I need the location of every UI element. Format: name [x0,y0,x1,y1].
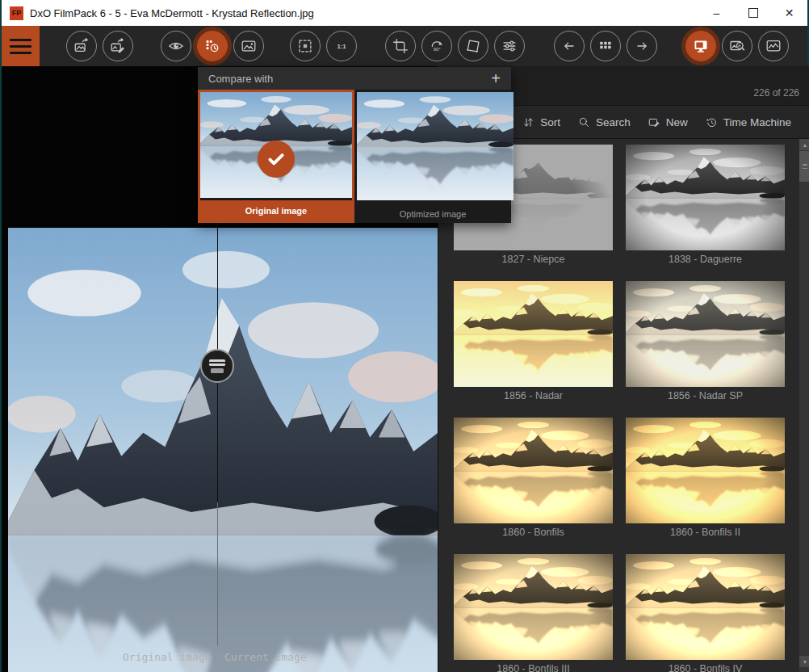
compare-with-panel: Compare with + Original image [198,67,511,223]
export-image-button[interactable] [66,31,97,61]
scrollbar-up-icon[interactable]: ▲ [799,139,809,150]
rotate-90-button[interactable]: 90° [421,31,452,61]
hamburger-menu-button[interactable] [2,26,40,66]
original-image-label: Original image [123,651,212,663]
search-button[interactable]: Search [577,116,631,129]
preset-thumbnail [454,281,613,387]
preset-daguerre[interactable]: 1838 - Daguerre [626,145,785,267]
presets-scrollbar[interactable]: ▲ ▼ [799,139,809,672]
current-image-label: Current image [224,651,307,663]
slider-handle-icon [209,359,225,366]
toolbar-group-g6 [685,31,789,61]
selected-check-icon [258,141,295,178]
preset-label: 1856 - Nadar [454,390,613,403]
preset-nadar[interactable]: 1856 - Nadar [454,281,613,403]
one-to-one-icon: 1:1 [333,37,350,55]
time-machine-icon [705,116,719,129]
monitor-button[interactable] [685,31,716,61]
preset-label: 1860 - Bonfils IV [626,663,785,672]
preset-nadar-sp[interactable]: 1856 - Nadar SP [626,281,785,403]
svg-text:1:1: 1:1 [337,43,346,50]
arrow-right-icon [633,37,651,55]
main-photo: © EVA MCDERMOTT [8,228,444,672]
crop-icon [392,37,409,55]
preset-thumbnail [626,418,785,523]
adjustments-icon [501,37,518,55]
loupe-button[interactable] [722,31,752,61]
selection-button[interactable] [290,31,321,61]
action-label: New [666,116,688,128]
sort-icon [522,116,535,129]
compare-option-original-image[interactable]: Original image [198,90,354,223]
action-label: Sort [540,116,560,128]
preset-bonfils4[interactable]: 1860 - Bonfils IV [626,554,785,672]
preset-label: 1860 - Bonfils [454,527,613,540]
window-title: DxO FilmPack 6 - 5 - Eva McDermott - Kry… [30,7,314,19]
display-image-icon [240,37,258,55]
minimize-button[interactable]: – [698,0,735,26]
monitor-icon [692,37,710,55]
perspective-icon [464,37,482,55]
crop-button[interactable] [385,31,416,61]
preset-label: 1860 - Bonfils II [626,527,785,540]
toolbar-group-g1 [66,31,133,61]
grid-view-button[interactable] [590,31,621,61]
new-button[interactable]: New [648,116,688,129]
toolbar-group-g3: 1:1 [290,31,357,61]
preset-label: 1856 - Nadar SP [626,390,785,403]
preset-thumbnail [626,281,785,387]
scrollbar-thumb[interactable] [799,151,809,182]
close-button[interactable]: ✕ [771,0,807,26]
loupe-icon [728,37,746,55]
toolbar-group-g2 [161,31,264,61]
svg-text:90°: 90° [434,47,442,52]
eye-preview-icon [167,37,185,55]
preset-label: 1838 - Daguerre [626,254,785,267]
new-preset-icon [648,116,661,129]
title-bar: FP DxO FilmPack 6 - 5 - Eva McDermott - … [2,0,807,26]
histogram-button[interactable] [758,31,789,61]
compare-option-label: Optimized image [354,205,511,223]
preset-bonfils2[interactable]: 1860 - Bonfils II [626,418,785,540]
eye-preview-button[interactable] [161,31,191,61]
preset-label: 1827 - Niepce [454,254,613,267]
compare-option-optimized-image[interactable]: Optimized image [354,90,511,223]
app-window: FP DxO FilmPack 6 - 5 - Eva McDermott - … [0,0,809,672]
preset-thumbnail [626,554,785,660]
maximize-icon [748,8,758,18]
preset-bonfils[interactable]: 1860 - Bonfils [454,418,613,540]
main-toolbar: 1:190° [2,26,807,66]
add-compare-button[interactable]: + [491,70,501,86]
scrollbar-down-icon[interactable]: ▼ [799,656,809,667]
arrow-right-button[interactable] [627,31,657,61]
app-icon: FP [10,6,23,20]
histogram-icon [765,37,782,55]
compare-option-label: Original image [200,200,352,220]
export-edit-button[interactable] [103,31,133,61]
preset-thumbnail [454,554,613,660]
display-image-button[interactable] [233,31,264,61]
selection-icon [296,37,314,55]
arrow-left-button[interactable] [554,31,585,61]
maximize-button[interactable] [735,0,771,26]
time-machine-button[interactable]: Time Machine [705,116,791,129]
compare-slider-handle[interactable] [200,349,234,383]
compare-divider-line-lower[interactable] [217,502,218,646]
compare-options: Original image Optimized image [198,90,511,223]
sort-button[interactable]: Sort [522,116,560,129]
adjustments-button[interactable] [494,31,525,61]
preset-bonfils3[interactable]: 1860 - Bonfils III [454,554,613,672]
perspective-button[interactable] [458,31,488,61]
compare-icon [203,37,221,55]
grid-view-icon [597,37,614,55]
search-icon [577,116,591,129]
toolbar-group-g5 [554,31,657,61]
action-label: Search [596,116,631,128]
one-to-one-button[interactable]: 1:1 [326,31,357,61]
compare-button[interactable] [197,31,228,61]
preset-count: 226 of 226 [753,87,799,99]
compare-thumbnail [357,92,513,200]
window-controls: – ✕ [698,0,807,26]
export-image-icon [73,37,90,55]
arrow-left-icon [560,37,578,55]
